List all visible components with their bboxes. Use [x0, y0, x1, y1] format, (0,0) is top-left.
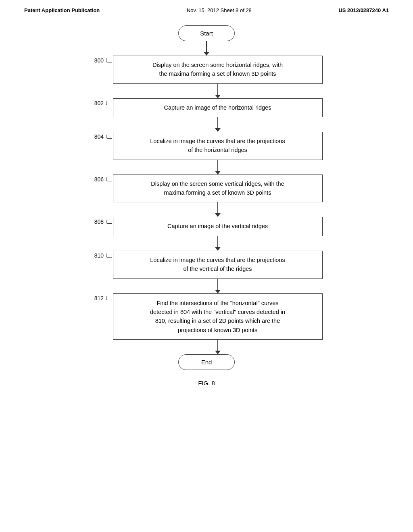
step-812-box: Find the intersections of the "horizonta…: [113, 293, 323, 340]
figure-label: FIG. 8: [198, 380, 215, 387]
step-800-box: Display on the screen some horizontal ri…: [113, 56, 323, 84]
flowchart-diagram: Start 800 Display on the screen some hor…: [0, 17, 413, 399]
step-808-wrapper: Capture an image of the vertical ridges: [112, 217, 323, 236]
step-812-wrapper: Find the intersections of the "horizonta…: [112, 293, 323, 340]
step-808-box: Capture an image of the vertical ridges: [113, 217, 323, 236]
step-810-box: Localize in image the curves that are th…: [113, 251, 323, 279]
step-800-label: 800: [90, 56, 112, 64]
step-804-tick: [106, 135, 112, 139]
step-810-container: 810 Localize in image the curves that ar…: [90, 251, 323, 279]
arrow-4: [215, 202, 221, 217]
arrow-4-container: [90, 202, 323, 217]
start-terminal: Start: [178, 25, 235, 41]
step-802-box: Capture an image of the horizontal ridge…: [113, 98, 323, 118]
step-804-container: 804 Localize in image the curves that ar…: [90, 132, 323, 160]
step-802-tick: [106, 101, 112, 105]
patent-number-label: US 2012/0287240 A1: [338, 7, 389, 13]
arrow-2: [215, 117, 221, 132]
step-810-tick: [106, 254, 112, 258]
step-804-box: Localize in image the curves that are th…: [113, 132, 323, 160]
arrow-6: [215, 279, 221, 293]
step-812-container: 812 Find the intersections of the "horiz…: [90, 293, 323, 340]
step-800-tick: [106, 58, 112, 62]
arrow-1-container: [90, 84, 323, 98]
step-806-tick: [106, 177, 112, 181]
step-812-label: 812: [90, 293, 112, 301]
arrow-5-container: [90, 236, 323, 251]
step-802-wrapper: Capture an image of the horizontal ridge…: [112, 98, 323, 118]
step-806-label: 806: [90, 175, 112, 183]
arrow-6-container: [90, 279, 323, 293]
arrow-0: [204, 41, 209, 56]
step-802-container: 802 Capture an image of the horizontal r…: [90, 98, 323, 118]
arrow-1: [215, 84, 221, 98]
step-810-label: 810: [90, 251, 112, 259]
step-808-container: 808 Capture an image of the vertical rid…: [90, 217, 323, 236]
step-810-wrapper: Localize in image the curves that are th…: [112, 251, 323, 279]
step-806-wrapper: Display on the screen some vertical ridg…: [112, 175, 323, 203]
step-808-tick: [106, 220, 112, 224]
step-812-tick: [106, 296, 112, 300]
date-sheet-label: Nov. 15, 2012 Sheet 8 of 28: [187, 7, 252, 13]
step-806-box: Display on the screen some vertical ridg…: [113, 175, 323, 203]
end-terminal: End: [178, 354, 235, 370]
step-800-container: 800 Display on the screen some horizonta…: [90, 56, 323, 84]
page-header: Patent Application Publication Nov. 15, …: [0, 0, 413, 17]
arrow-2-container: [90, 117, 323, 132]
step-808-label: 808: [90, 217, 112, 225]
step-804-label: 804: [90, 132, 112, 140]
step-802-label: 802: [90, 98, 112, 106]
step-806-container: 806 Display on the screen some vertical …: [90, 175, 323, 203]
step-804-wrapper: Localize in image the curves that are th…: [112, 132, 323, 160]
arrow-7-container: [90, 340, 323, 354]
step-800-wrapper: Display on the screen some horizontal ri…: [112, 56, 323, 84]
arrow-3-container: [90, 160, 323, 175]
publication-label: Patent Application Publication: [24, 7, 100, 13]
arrow-7: [215, 340, 221, 354]
arrow-3: [215, 160, 221, 175]
arrow-5: [215, 236, 221, 251]
